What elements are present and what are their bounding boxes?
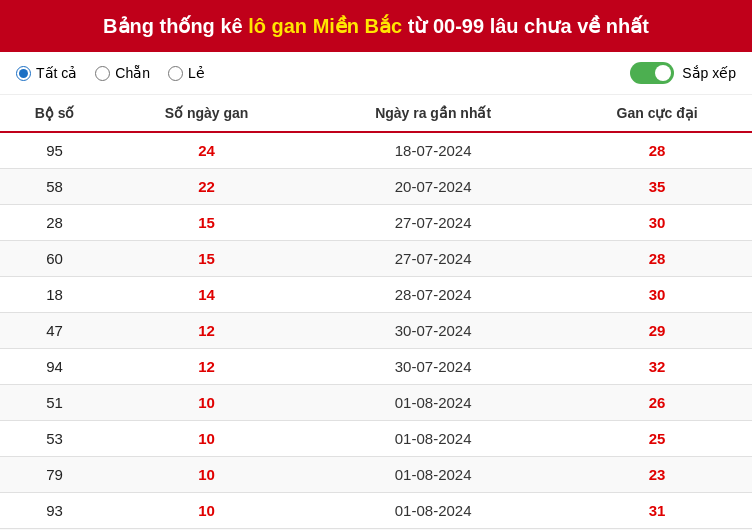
- cell-so-ngay-gan: 15: [109, 205, 304, 241]
- table-row: 511001-08-202426: [0, 385, 752, 421]
- cell-so-ngay-gan: 10: [109, 385, 304, 421]
- cell-gan-cuc-dai: 26: [562, 385, 752, 421]
- cell-bo-so: 79: [0, 457, 109, 493]
- cell-so-ngay-gan: 10: [109, 493, 304, 529]
- cell-gan-cuc-dai: 32: [562, 349, 752, 385]
- cell-gan-cuc-dai: 28: [562, 241, 752, 277]
- cell-so-ngay-gan: 15: [109, 241, 304, 277]
- col-header-ngay-ra: Ngày ra gần nhất: [304, 95, 562, 132]
- cell-ngay-ra: 28-07-2024: [304, 277, 562, 313]
- table-header-row: Bộ số Số ngày gan Ngày ra gần nhất Gan c…: [0, 95, 752, 132]
- filter-all-label: Tất cả: [36, 65, 77, 81]
- cell-so-ngay-gan: 14: [109, 277, 304, 313]
- cell-gan-cuc-dai: 30: [562, 205, 752, 241]
- cell-so-ngay-gan: 12: [109, 313, 304, 349]
- filter-bar: Tất cả Chẵn Lẻ Sắp xếp: [0, 52, 752, 95]
- cell-gan-cuc-dai: 31: [562, 493, 752, 529]
- table-row: 181428-07-202430: [0, 277, 752, 313]
- cell-so-ngay-gan: 22: [109, 169, 304, 205]
- cell-bo-so: 28: [0, 205, 109, 241]
- cell-so-ngay-gan: 10: [109, 421, 304, 457]
- filter-chan-label: Chẵn: [115, 65, 150, 81]
- cell-ngay-ra: 20-07-2024: [304, 169, 562, 205]
- table-row: 531001-08-202425: [0, 421, 752, 457]
- cell-ngay-ra: 01-08-2024: [304, 457, 562, 493]
- cell-bo-so: 53: [0, 421, 109, 457]
- title-highlight: lô gan Miền Bắc: [248, 15, 402, 37]
- col-header-bo-so: Bộ số: [0, 95, 109, 132]
- filter-chan-radio[interactable]: [95, 66, 110, 81]
- data-table: Bộ số Số ngày gan Ngày ra gần nhất Gan c…: [0, 95, 752, 530]
- cell-bo-so: 60: [0, 241, 109, 277]
- title-suffix: từ 00-99 lâu chưa về nhất: [402, 15, 649, 37]
- cell-so-ngay-gan: 12: [109, 349, 304, 385]
- sort-toggle-group[interactable]: Sắp xếp: [630, 62, 736, 84]
- cell-ngay-ra: 27-07-2024: [304, 205, 562, 241]
- table-row: 791001-08-202423: [0, 457, 752, 493]
- page-header: Bảng thống kê lô gan Miền Bắc từ 00-99 l…: [0, 0, 752, 52]
- table-row: 582220-07-202435: [0, 169, 752, 205]
- cell-so-ngay-gan: 24: [109, 132, 304, 169]
- table-row: 941230-07-202432: [0, 349, 752, 385]
- cell-ngay-ra: 01-08-2024: [304, 493, 562, 529]
- cell-gan-cuc-dai: 23: [562, 457, 752, 493]
- filter-chan[interactable]: Chẵn: [95, 65, 150, 81]
- cell-bo-so: 93: [0, 493, 109, 529]
- cell-so-ngay-gan: 10: [109, 457, 304, 493]
- filter-le[interactable]: Lẻ: [168, 65, 205, 81]
- cell-bo-so: 18: [0, 277, 109, 313]
- col-header-gan-cuc-dai: Gan cực đại: [562, 95, 752, 132]
- cell-ngay-ra: 27-07-2024: [304, 241, 562, 277]
- cell-gan-cuc-dai: 29: [562, 313, 752, 349]
- cell-ngay-ra: 01-08-2024: [304, 421, 562, 457]
- cell-gan-cuc-dai: 28: [562, 132, 752, 169]
- cell-gan-cuc-dai: 25: [562, 421, 752, 457]
- cell-bo-so: 95: [0, 132, 109, 169]
- table-row: 931001-08-202431: [0, 493, 752, 529]
- title-prefix: Bảng thống kê: [103, 15, 248, 37]
- cell-ngay-ra: 01-08-2024: [304, 385, 562, 421]
- filter-all[interactable]: Tất cả: [16, 65, 77, 81]
- table-row: 281527-07-202430: [0, 205, 752, 241]
- page-title: Bảng thống kê lô gan Miền Bắc từ 00-99 l…: [103, 15, 649, 37]
- cell-bo-so: 47: [0, 313, 109, 349]
- cell-ngay-ra: 30-07-2024: [304, 313, 562, 349]
- table-row: 601527-07-202428: [0, 241, 752, 277]
- filter-all-radio[interactable]: [16, 66, 31, 81]
- filter-radio-group: Tất cả Chẵn Lẻ: [16, 65, 205, 81]
- cell-gan-cuc-dai: 30: [562, 277, 752, 313]
- table-row: 952418-07-202428: [0, 132, 752, 169]
- cell-gan-cuc-dai: 35: [562, 169, 752, 205]
- cell-ngay-ra: 18-07-2024: [304, 132, 562, 169]
- cell-ngay-ra: 30-07-2024: [304, 349, 562, 385]
- cell-bo-so: 94: [0, 349, 109, 385]
- sort-toggle-switch[interactable]: [630, 62, 674, 84]
- table-row: 471230-07-202429: [0, 313, 752, 349]
- cell-bo-so: 58: [0, 169, 109, 205]
- col-header-so-ngay-gan: Số ngày gan: [109, 95, 304, 132]
- filter-le-radio[interactable]: [168, 66, 183, 81]
- filter-le-label: Lẻ: [188, 65, 205, 81]
- sort-label: Sắp xếp: [682, 65, 736, 81]
- cell-bo-so: 51: [0, 385, 109, 421]
